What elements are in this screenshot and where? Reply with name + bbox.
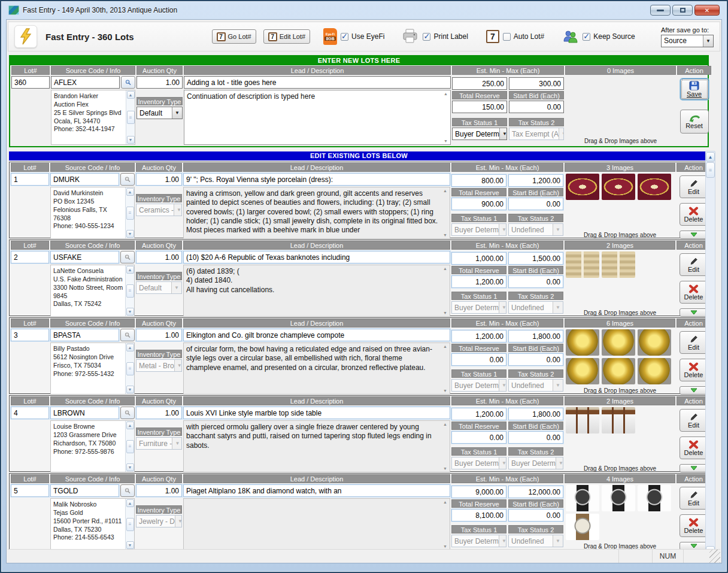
total-reserve-input[interactable]: [451, 509, 506, 522]
edit-lot-button[interactable]: 7 Edit Lot#: [263, 29, 310, 44]
after-save-select[interactable]: Source ▼: [661, 35, 714, 47]
expand-button[interactable]: [680, 231, 708, 239]
est-min-input[interactable]: [452, 77, 507, 90]
lot-image-thumbnail[interactable]: [602, 251, 635, 278]
scroll-up-icon[interactable]: ▲: [443, 189, 447, 193]
auction-qty-input[interactable]: [136, 329, 182, 341]
est-min-input[interactable]: [451, 252, 506, 265]
scroll-thumb[interactable]: ≡: [126, 284, 134, 298]
scroll-down-icon[interactable]: ▼: [443, 233, 447, 237]
scroll-up-icon[interactable]: ▲: [443, 344, 447, 348]
lot-images[interactable]: [565, 76, 676, 138]
lot-image-thumbnail[interactable]: [602, 329, 635, 356]
start-bid-input[interactable]: [508, 431, 563, 444]
source-search-button[interactable]: [121, 76, 135, 89]
print-label-checkbox[interactable]: Print Label: [423, 32, 468, 41]
start-bid-input[interactable]: [508, 275, 563, 288]
scrollbar-thumb[interactable]: ≡: [706, 162, 715, 178]
source-code-input[interactable]: [50, 407, 119, 419]
keep-source-checkbox[interactable]: Keep Source: [583, 32, 635, 41]
scroll-up-icon[interactable]: ▲: [443, 266, 447, 271]
delete-button[interactable]: Delete: [680, 436, 708, 459]
auction-qty-input[interactable]: [136, 484, 182, 497]
scroll-up-icon[interactable]: ▲: [443, 500, 447, 504]
save-button[interactable]: Save: [680, 78, 709, 100]
lot-number-input[interactable]: [11, 173, 49, 186]
scroll-thumb[interactable]: ≡: [126, 440, 134, 453]
est-min-input[interactable]: [451, 408, 506, 420]
scroll-down-icon[interactable]: ▼: [443, 544, 447, 548]
auto-lot-checkbox[interactable]: Auto Lot#: [503, 32, 544, 41]
source-code-input[interactable]: [50, 329, 119, 341]
scroll-up-icon[interactable]: ▲: [444, 92, 448, 96]
est-max-input[interactable]: [508, 486, 563, 498]
lead-input[interactable]: [184, 76, 451, 89]
edit-button[interactable]: Edit: [680, 409, 708, 432]
scroll-down-icon[interactable]: ▼: [126, 230, 134, 238]
lead-input[interactable]: [183, 407, 450, 419]
lot-number-input[interactable]: [11, 251, 49, 263]
lot-number-input[interactable]: [11, 484, 49, 497]
delete-button[interactable]: Delete: [680, 514, 708, 537]
total-reserve-input[interactable]: [451, 275, 506, 288]
est-max-input[interactable]: [508, 174, 563, 187]
lot-image-thumbnail[interactable]: [566, 407, 599, 433]
source-info-scrollbar[interactable]: ▲ ≡ ▼: [125, 265, 134, 316]
auction-qty-input[interactable]: [136, 407, 182, 419]
lot-number-input[interactable]: [11, 407, 49, 419]
edit-button[interactable]: Edit: [680, 175, 708, 198]
delete-button[interactable]: Delete: [680, 203, 708, 226]
source-info-scrollbar[interactable]: ▲ ≡ ▼: [126, 90, 135, 144]
scroll-down-icon[interactable]: ▼: [443, 466, 447, 471]
lead-input[interactable]: [183, 329, 450, 341]
start-bid-input[interactable]: [508, 198, 563, 210]
scroll-down-icon[interactable]: ▼: [126, 308, 134, 316]
lot-image-thumbnail[interactable]: [638, 485, 671, 511]
close-button[interactable]: ✕: [694, 5, 720, 16]
resize-grip[interactable]: [709, 550, 720, 563]
lead-input[interactable]: [183, 251, 450, 263]
lot-image-thumbnail[interactable]: [602, 174, 635, 200]
lot-number-input[interactable]: [11, 329, 49, 341]
reset-button[interactable]: Reset: [680, 110, 709, 134]
source-info-scrollbar[interactable]: ▲ ≡ ▼: [125, 421, 134, 472]
source-info-scrollbar[interactable]: ▲ ≡ ▼: [125, 343, 134, 394]
est-max-input[interactable]: [509, 77, 564, 90]
lot-image-thumbnail[interactable]: [602, 407, 635, 433]
lot-image-thumbnail[interactable]: [566, 514, 599, 540]
scroll-up-icon[interactable]: ▲: [126, 266, 134, 274]
expand-button[interactable]: [680, 386, 708, 395]
source-search-button[interactable]: [120, 407, 135, 419]
edit-button[interactable]: Edit: [680, 331, 708, 354]
lot-image-thumbnail[interactable]: [566, 174, 599, 200]
est-max-input[interactable]: [508, 408, 563, 420]
source-search-button[interactable]: [120, 251, 135, 263]
description-box[interactable]: Continuation of description is typed her…: [184, 90, 451, 145]
scroll-down-icon[interactable]: ▼: [126, 463, 134, 471]
scroll-thumb[interactable]: ≡: [126, 362, 134, 375]
lot-number-input[interactable]: [11, 76, 50, 89]
total-reserve-input[interactable]: [451, 431, 506, 444]
source-search-button[interactable]: [120, 173, 135, 186]
total-reserve-input[interactable]: [452, 101, 507, 113]
inventory-type-select[interactable]: Default ▼: [136, 107, 183, 119]
scroll-down-icon[interactable]: ▼: [127, 136, 135, 144]
auction-qty-input[interactable]: [136, 173, 182, 186]
auction-qty-input[interactable]: [136, 76, 183, 89]
lot-image-thumbnail[interactable]: [566, 358, 599, 384]
lot-image-thumbnail[interactable]: [638, 329, 671, 356]
scroll-up-icon[interactable]: ▲: [126, 188, 134, 196]
scroll-thumb[interactable]: ≡: [126, 207, 134, 220]
lot-image-thumbnail[interactable]: [566, 251, 599, 278]
scroll-up-icon[interactable]: ▲: [127, 91, 135, 99]
scroll-down-icon[interactable]: ▼: [444, 139, 448, 143]
restore-button[interactable]: [672, 5, 693, 16]
lot-image-thumbnail[interactable]: [638, 174, 671, 200]
source-code-input[interactable]: [51, 76, 120, 89]
expand-button[interactable]: [680, 464, 708, 472]
scroll-down-icon[interactable]: ▼: [443, 389, 447, 393]
lead-input[interactable]: [183, 484, 450, 497]
est-max-input[interactable]: [508, 252, 563, 265]
scrollbar-up-icon[interactable]: ▲: [706, 152, 715, 162]
scroll-up-icon[interactable]: ▲: [126, 344, 134, 351]
